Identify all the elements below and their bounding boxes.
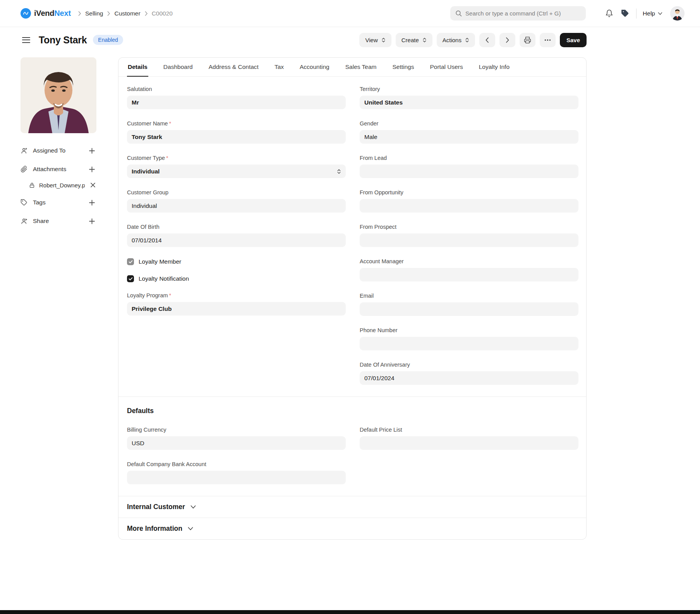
view-button[interactable]: View <box>359 33 391 47</box>
tab-settings[interactable]: Settings <box>391 58 415 76</box>
chevron-right-icon <box>78 11 81 16</box>
sidebar-attachments: Attachments <box>21 163 96 175</box>
remove-attachment-button[interactable] <box>89 182 96 189</box>
billing-currency-input[interactable]: USD <box>127 436 346 450</box>
tag-outline-icon <box>21 199 28 206</box>
select-arrows-icon <box>381 37 386 43</box>
default-company-bank-account-input[interactable] <box>127 471 346 484</box>
section-more-information[interactable]: More Information <box>118 518 586 539</box>
notifications-bell-icon[interactable] <box>603 7 616 20</box>
phone-number-input[interactable] <box>360 337 578 350</box>
breadcrumb-record-id[interactable]: C00020 <box>152 10 173 17</box>
field-customer-group: Customer Group Individual <box>127 189 346 213</box>
chevron-right-icon <box>107 11 110 16</box>
field-from-lead: From Lead <box>360 155 578 178</box>
field-customer-name: Customer Name* Tony Stark <box>127 120 346 144</box>
more-options-button[interactable] <box>540 33 556 47</box>
field-phone-number: Phone Number <box>360 327 578 350</box>
add-assignment-button[interactable] <box>88 146 96 155</box>
tab-sales-team[interactable]: Sales Team <box>345 58 377 76</box>
user-plus-icon <box>21 147 28 154</box>
from-opportunity-input[interactable] <box>360 199 578 213</box>
field-from-opportunity: From Opportunity <box>360 189 578 213</box>
field-account-manager: Account Manager <box>360 258 578 281</box>
section-internal-customer[interactable]: Internal Customer <box>118 496 586 518</box>
attachment-file-name[interactable]: Robert_Downey.p <box>39 182 85 189</box>
loyalty-program-input[interactable]: Privilege Club <box>127 302 346 316</box>
account-manager-input[interactable] <box>360 268 578 281</box>
select-arrows-icon <box>465 37 469 43</box>
from-prospect-input[interactable] <box>360 233 578 247</box>
territory-input[interactable]: United States <box>360 96 578 109</box>
create-button[interactable]: Create <box>396 33 432 47</box>
select-arrows-icon <box>337 168 341 175</box>
date-of-birth-input[interactable]: 07/01/2014 <box>127 233 346 247</box>
field-gender: Gender Male <box>360 120 578 144</box>
field-date-of-anniversary: Date Of Anniversary 07/01/2024 <box>360 362 578 385</box>
chevron-down-icon <box>188 527 193 530</box>
printer-icon <box>524 36 531 44</box>
tab-dashboard[interactable]: Dashboard <box>163 58 194 76</box>
customer-detail-card: Details Dashboard Address & Contact Tax … <box>118 57 587 540</box>
page-header: Tony Stark Enabled View Create Actions S… <box>0 27 700 53</box>
search-input[interactable] <box>465 10 581 17</box>
next-record-button[interactable] <box>499 33 515 47</box>
tag-icon[interactable] <box>619 7 631 20</box>
customer-photo[interactable] <box>21 57 96 133</box>
check-icon <box>129 277 133 281</box>
tab-tax[interactable]: Tax <box>274 58 285 76</box>
brand-text: iVendNext <box>34 9 71 18</box>
bottom-edge-bar <box>0 610 700 614</box>
salutation-input[interactable]: Mr <box>127 96 346 109</box>
actions-button[interactable]: Actions <box>437 33 475 47</box>
paperclip-icon <box>21 166 28 173</box>
tab-accounting[interactable]: Accounting <box>299 58 330 76</box>
sidebar-tags: Tags <box>21 197 96 208</box>
user-avatar[interactable] <box>670 6 685 21</box>
tab-details[interactable]: Details <box>127 58 148 76</box>
record-sidebar: Assigned To Attachments Robert_Downey. <box>21 57 96 234</box>
tab-portal-users[interactable]: Portal Users <box>429 58 463 76</box>
field-default-company-bank-account: Default Company Bank Account <box>127 461 346 484</box>
chevron-down-icon <box>658 12 662 15</box>
loyalty-member-checkbox[interactable] <box>127 258 134 265</box>
breadcrumb-selling[interactable]: Selling <box>85 10 103 17</box>
status-badge: Enabled <box>93 35 123 45</box>
tab-loyalty-info[interactable]: Loyalty Info <box>478 58 510 76</box>
add-attachment-button[interactable] <box>88 165 96 174</box>
sidebar-assigned-to: Assigned To <box>21 145 96 156</box>
tab-address-contact[interactable]: Address & Contact <box>208 58 259 76</box>
field-loyalty-program: Loyalty Program* Privilege Club <box>127 292 346 316</box>
defaults-section-title: Defaults <box>118 397 586 416</box>
customer-type-select[interactable]: Individual <box>127 165 346 178</box>
field-customer-type: Customer Type* Individual <box>127 155 346 178</box>
field-default-price-list: Default Price List <box>360 427 578 450</box>
from-lead-input[interactable] <box>360 165 578 178</box>
customer-name-input[interactable]: Tony Stark <box>127 130 346 144</box>
check-icon <box>129 260 133 264</box>
customer-group-input[interactable]: Individual <box>127 199 346 213</box>
sidebar-toggle-icon[interactable] <box>21 34 32 46</box>
add-share-button[interactable] <box>88 217 96 226</box>
previous-record-button[interactable] <box>479 33 495 47</box>
loyalty-notification-checkbox[interactable] <box>127 275 134 282</box>
date-of-anniversary-input[interactable]: 07/01/2024 <box>360 371 578 385</box>
save-button[interactable]: Save <box>560 33 587 47</box>
field-from-prospect: From Prospect <box>360 224 578 247</box>
gender-input[interactable]: Male <box>360 130 578 144</box>
attachment-item[interactable]: Robert_Downey.p <box>29 180 96 190</box>
app-logo[interactable]: iVendNext <box>21 8 71 19</box>
email-input[interactable] <box>360 302 578 316</box>
print-button[interactable] <box>520 33 535 47</box>
chevron-right-icon <box>144 11 148 16</box>
add-tag-button[interactable] <box>88 198 96 207</box>
help-menu[interactable]: Help <box>643 10 662 17</box>
field-billing-currency: Billing Currency USD <box>127 427 346 450</box>
global-search[interactable] <box>450 6 586 21</box>
lock-icon <box>29 182 35 188</box>
search-icon <box>455 10 462 17</box>
field-date-of-birth: Date Of Birth 07/01/2014 <box>127 224 346 247</box>
breadcrumb-customer[interactable]: Customer <box>114 10 140 17</box>
select-arrows-icon <box>422 37 427 43</box>
default-price-list-input[interactable] <box>360 436 578 450</box>
